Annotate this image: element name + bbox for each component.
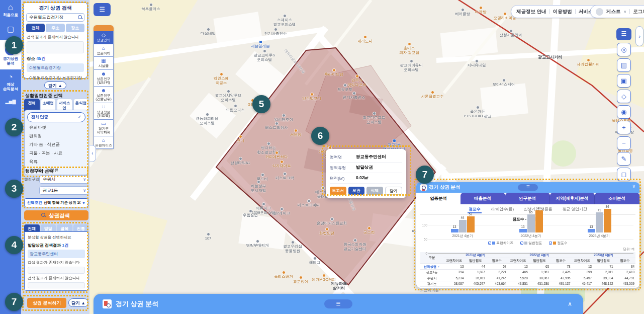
table-cell: 13 [572, 264, 593, 270]
chart-bar [604, 209, 611, 232]
checkbox-icon: ✓ [488, 242, 491, 245]
bottom-bar-handle[interactable]: ☰ [324, 299, 352, 308]
trade-area-search-button[interactable]: 상권검색 [24, 210, 88, 220]
bar-chart-icon: ▂▅▇ [0, 98, 21, 106]
industry-item[interactable]: 기타 음 · 식료품 [27, 139, 85, 148]
search-icon[interactable] [78, 15, 82, 20]
map-tool-heatmap[interactable]: ∷상권정보 (히트맵) [94, 103, 114, 120]
analysis-tabs: 업종분석매출분석인구분석지역(배후지)분석소비분석 [416, 193, 639, 204]
bar-value-label: 65 [527, 210, 535, 214]
search-tab[interactable]: 장소 [66, 24, 84, 32]
bar-value-label: 84 [604, 205, 611, 208]
data-table: 구분2021년 4분기2022년 4분기2023년 4분기프랜차이즈일반점포점포… [420, 252, 635, 287]
cube-3d-icon[interactable]: ◇ [617, 90, 631, 103]
map-canvas[interactable]: 하루클라스헤어클랑마라탕오밀리베이글삼성서울안과스페이스 광교오피스텔다옴네일전… [89, 0, 644, 314]
chart-x-axis: 2021년 4분기2022년 4분기2023년 4분기 [428, 233, 633, 239]
map-tool-local-currency[interactable]: ▭경기도 지역화폐 [94, 120, 114, 136]
analysis-tab[interactable]: 인구분석 [505, 193, 550, 204]
facility-icon: ▦ [94, 58, 113, 63]
zoom-in-icon[interactable]: + [617, 121, 631, 134]
search-close-button[interactable]: 닫기 ▲ [44, 82, 66, 89]
report-button[interactable]: 보고서 [330, 187, 346, 195]
analyze-button[interactable]: 상권 분석하기 [27, 298, 66, 308]
search-tab[interactable]: 전체 [26, 24, 45, 32]
chart-bar-group: 137184 [588, 209, 611, 232]
panel-collapse-button[interactable]: ‹ [89, 145, 96, 162]
location-pin-icon[interactable]: ◎ [617, 43, 631, 56]
measure-icon[interactable]: ✎ [617, 152, 631, 166]
user-name[interactable]: 게스트 [606, 9, 621, 15]
chart-bar-group: 136578 [519, 210, 543, 232]
map-tool-area-polygon[interactable]: ◇상권영역 [94, 31, 114, 44]
industry-item[interactable]: 곡물 · 곡분 · 사료 [27, 148, 85, 156]
population-building-icon: ☻ [94, 88, 113, 93]
nav-home-label: 처음으로 [0, 13, 21, 17]
header-link[interactable]: 제공정보 안내 [516, 9, 546, 15]
analysis-tab[interactable]: 지역(배후지)분석 [550, 193, 595, 204]
logout-button[interactable]: 로그아웃 [633, 9, 644, 15]
table-subheader-row: 프랜차이즈일반점포점포수프랜차이즈일반점포점포수프랜차이즈일반점포점포수 [420, 258, 635, 264]
panel-expand-button[interactable]: › [635, 26, 643, 46]
roadview-icon[interactable]: ◉ [617, 105, 631, 119]
search-input[interactable]: 수원월드컵경기장 [26, 13, 84, 22]
nav-statistics[interactable]: ▂▅▇ [0, 94, 21, 109]
analysis-tab[interactable]: 업종분석 [416, 193, 461, 204]
area-measure-icon[interactable]: ◻ [617, 168, 631, 181]
map-tools-menu-button[interactable]: ☰ [616, 28, 631, 40]
search-tab[interactable]: 주소 [46, 24, 64, 32]
nav-profit-analysis[interactable]: ◔ 예상 손익분석 [0, 69, 21, 94]
map-icon[interactable]: ▤ [617, 58, 631, 72]
legend-item[interactable]: ✓일반점포 [520, 241, 542, 246]
analysis-panel-header[interactable]: 경기 상권 분석 ☰ ∨ [416, 182, 639, 193]
area-result-count: 발달상권 검색결과 1건 [28, 243, 85, 248]
map-tool-facility[interactable]: ▦시설물 [94, 57, 114, 70]
map-tool-population-building[interactable]: ☻상존인구 (건물단위) [94, 87, 114, 103]
annotation-badge-3: 3 [5, 180, 23, 198]
legend-item[interactable]: ✓프랜차이즈 [488, 241, 513, 246]
industry-item[interactable]: 육류 [27, 156, 85, 165]
header-link[interactable]: 이용방법 [553, 9, 572, 15]
chevron-down-icon[interactable]: ∨ [624, 10, 627, 14]
area-polygon-icon: ◇ [94, 33, 113, 38]
city-select[interactable]: 수원시 [39, 175, 88, 184]
nav-home[interactable]: ⌂ 처음으로 [0, 0, 21, 20]
analysis-tab[interactable]: 소비분석 [595, 193, 639, 204]
map-menu-button[interactable]: ☰ [94, 3, 111, 16]
photo-icon[interactable]: ▣ [617, 74, 631, 88]
minimize-chevron-icon[interactable]: ∨ [632, 184, 635, 189]
close-button[interactable]: 닫기 [385, 187, 403, 195]
table-cell: 465 [507, 269, 528, 275]
y-tick-label: 50 [421, 238, 427, 241]
map-tool-store-history[interactable]: ⌂점포이력 [94, 44, 114, 57]
chart-bar-wrap: 44 [459, 220, 467, 232]
search-result-item[interactable]: 수원월드컵경기장 [27, 63, 84, 72]
area-empty-text-2: 검색 결과가 존재하지 않습니다 [28, 276, 85, 281]
zoom-out-icon[interactable]: − [617, 136, 631, 150]
area-result-item[interactable]: 광교동주민센터 [28, 250, 85, 258]
search-input-value: 수원월드컵경기장 [29, 15, 63, 20]
search-result-item[interactable]: 수원월드컵경기장 보조경기장 [27, 73, 84, 82]
analysis-tab[interactable]: 매출분석 [461, 193, 505, 204]
dong-select[interactable]: 광교1동 [39, 186, 88, 195]
delete-button[interactable]: 삭제 [366, 187, 383, 195]
annotation-badge-1: 1 [5, 36, 23, 54]
industry-item[interactable]: 편의점 [27, 131, 85, 139]
save-button[interactable]: 보관 [348, 187, 365, 195]
toolbar-handle[interactable] [94, 25, 114, 31]
chevron-up-icon[interactable]: ∧ [568, 300, 572, 307]
industry-item-selected[interactable]: 전체업종✓ [27, 112, 85, 122]
table-cell: 78 [550, 264, 571, 270]
search-tabs: 전체주소장소 [26, 24, 84, 32]
table-cell: 493,539 [614, 281, 636, 287]
hamburger-icon: ☰ [99, 6, 105, 13]
industry-item[interactable]: 슈퍼마켓 [27, 122, 85, 131]
drag-handle[interactable]: ☰ [518, 184, 538, 191]
map-tool-population-road[interactable]: ☻상존인구 (길단위) [94, 70, 114, 87]
chart-bar [588, 229, 595, 232]
condition-dropdown[interactable]: 선택조건 선택 항목 기준 상위 10% ▼ [24, 198, 88, 207]
sub-col-header: 프랜차이즈 [443, 258, 465, 264]
panel-close-button[interactable]: 닫기 ▲ [68, 298, 88, 307]
map-tool-franchise[interactable]: ⌂프랜차이즈 [94, 136, 114, 149]
place-count-line: 장소 45건 [27, 56, 84, 62]
legend-item[interactable]: ✓점포수 [549, 241, 567, 246]
